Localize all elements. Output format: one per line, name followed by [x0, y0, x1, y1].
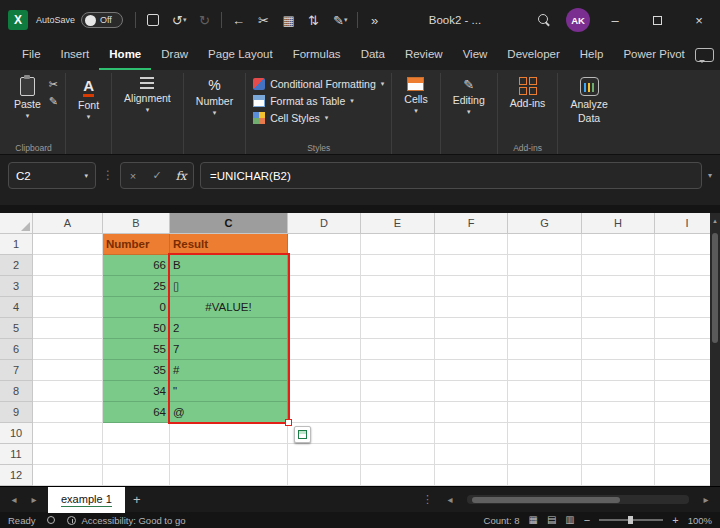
grid-cell-C5[interactable]: 2 — [170, 318, 288, 339]
grid-cell-C12[interactable] — [170, 465, 288, 486]
grid-cell-B10[interactable] — [103, 423, 170, 444]
paste-button[interactable]: Paste ▾ — [9, 75, 46, 121]
column-header-F[interactable]: F — [435, 213, 508, 234]
column-header-C[interactable]: C — [170, 213, 288, 234]
grid-cell-F10[interactable] — [435, 423, 508, 444]
zoom-level[interactable]: 100% — [688, 515, 712, 526]
grid-cell-B7[interactable]: 35 — [103, 360, 170, 381]
search-icon[interactable] — [537, 13, 552, 28]
add-sheet-button[interactable]: + — [125, 492, 149, 507]
grid-cell-G4[interactable] — [508, 297, 582, 318]
grid-cell-E5[interactable] — [361, 318, 435, 339]
grid-cell-H12[interactable] — [582, 465, 655, 486]
row-header-1[interactable]: 1 — [0, 234, 33, 255]
row-header-11[interactable]: 11 — [0, 444, 33, 465]
grid-cell-H5[interactable] — [582, 318, 655, 339]
fill-handle[interactable] — [285, 419, 292, 426]
row-header-10[interactable]: 10 — [0, 423, 33, 444]
grid-cell-H7[interactable] — [582, 360, 655, 381]
maximize-button[interactable] — [636, 0, 678, 40]
column-header-E[interactable]: E — [361, 213, 435, 234]
hscroll-right-icon[interactable]: ▸ — [696, 494, 716, 505]
grid-cell-C2[interactable]: B — [170, 255, 288, 276]
autosave-toggle[interactable]: AutoSave Off — [36, 12, 123, 28]
grid-cell-A2[interactable] — [33, 255, 103, 276]
column-header-B[interactable]: B — [103, 213, 170, 234]
vertical-scroll-thumb[interactable] — [712, 233, 718, 343]
horizontal-scroll-thumb[interactable] — [472, 497, 620, 503]
name-box-dropdown-icon[interactable]: ▾ — [84, 172, 88, 179]
tab-help[interactable]: Help — [570, 40, 614, 70]
grid-cell-H8[interactable] — [582, 381, 655, 402]
grid-cell-B9[interactable]: 64 — [103, 402, 170, 423]
tab-draw[interactable]: Draw — [151, 40, 198, 70]
page-break-view-icon[interactable]: ▥ — [565, 514, 574, 526]
grid-cell-E4[interactable] — [361, 297, 435, 318]
qat-overflow-button[interactable]: » — [362, 6, 387, 34]
grid-cell-F1[interactable] — [435, 234, 508, 255]
grid-cell-H4[interactable] — [582, 297, 655, 318]
grid-cell-E7[interactable] — [361, 360, 435, 381]
grid-cell-H2[interactable] — [582, 255, 655, 276]
sheet-tab-example1[interactable]: example 1 — [48, 487, 125, 513]
addins-button[interactable]: Add-ins — [505, 75, 551, 111]
comments-icon[interactable] — [695, 48, 714, 62]
zoom-slider-thumb[interactable] — [628, 516, 633, 524]
grid-cell-C8[interactable]: " — [170, 381, 288, 402]
row-header-4[interactable]: 4 — [0, 297, 33, 318]
grid-cell-H1[interactable] — [582, 234, 655, 255]
cut-qat-button[interactable]: ✂ — [251, 6, 276, 34]
grid-cell-C6[interactable]: 7 — [170, 339, 288, 360]
grid-cell-C10[interactable] — [170, 423, 288, 444]
grid-cell-B1[interactable]: Number — [103, 234, 170, 255]
grid-cell-B11[interactable] — [103, 444, 170, 465]
grid-cell-E2[interactable] — [361, 255, 435, 276]
grid-cell-F8[interactable] — [435, 381, 508, 402]
column-header-H[interactable]: H — [582, 213, 655, 234]
page-layout-view-icon[interactable]: ▤ — [547, 514, 556, 526]
redo-button[interactable]: ↻ — [192, 6, 217, 34]
grid-cell-G8[interactable] — [508, 381, 582, 402]
grid-cell-H3[interactable] — [582, 276, 655, 297]
back-qat-button[interactable]: ← — [226, 6, 251, 34]
cells-menu-button[interactable]: Cells ▾ — [399, 75, 432, 116]
grid-cell-H11[interactable] — [582, 444, 655, 465]
grid-cell-D6[interactable] — [288, 339, 361, 360]
row-header-12[interactable]: 12 — [0, 465, 33, 486]
conditional-formatting-button[interactable]: Conditional Formatting ▾ — [253, 75, 384, 92]
grid-cell-B6[interactable]: 55 — [103, 339, 170, 360]
row-header-9[interactable]: 9 — [0, 402, 33, 423]
tab-power-pivot[interactable]: Power Pivot — [613, 40, 694, 70]
grid-cell-A5[interactable] — [33, 318, 103, 339]
grid-cell-G12[interactable] — [508, 465, 582, 486]
grid-cell-E1[interactable] — [361, 234, 435, 255]
cell-styles-button[interactable]: Cell Styles ▾ — [253, 109, 384, 126]
grid-cell-A10[interactable] — [33, 423, 103, 444]
sort-qat-button[interactable]: ⇅ — [301, 6, 326, 34]
save-button[interactable] — [140, 6, 165, 34]
formula-bar-expand-icon[interactable]: ▾ — [708, 162, 712, 189]
insert-function-button[interactable]: fx — [169, 169, 193, 183]
formula-bar-drag-handle[interactable]: ⋮ — [102, 162, 114, 189]
grid-cell-E6[interactable] — [361, 339, 435, 360]
grid-cell-G7[interactable] — [508, 360, 582, 381]
grid-cell-A12[interactable] — [33, 465, 103, 486]
grid-cell-H10[interactable] — [582, 423, 655, 444]
sheet-nav-right-icon[interactable]: ▸ — [24, 494, 44, 505]
select-all-corner[interactable] — [0, 213, 33, 234]
tab-file[interactable]: File — [12, 40, 51, 70]
zoom-out-button[interactable]: − — [584, 514, 590, 526]
cut-button[interactable]: ✂ — [49, 78, 58, 91]
tab-view[interactable]: View — [453, 40, 498, 70]
grid-cell-G3[interactable] — [508, 276, 582, 297]
tab-data[interactable]: Data — [351, 40, 395, 70]
grid-cell-A1[interactable] — [33, 234, 103, 255]
grid-cell-D8[interactable] — [288, 381, 361, 402]
tab-insert[interactable]: Insert — [51, 40, 100, 70]
grid-qat-button[interactable]: ▦ — [276, 6, 301, 34]
grid-cell-G9[interactable] — [508, 402, 582, 423]
formula-input[interactable]: =UNICHAR(B2) — [200, 162, 702, 189]
zoom-in-button[interactable]: + — [672, 514, 678, 526]
grid-cell-D5[interactable] — [288, 318, 361, 339]
grid-cell-E10[interactable] — [361, 423, 435, 444]
